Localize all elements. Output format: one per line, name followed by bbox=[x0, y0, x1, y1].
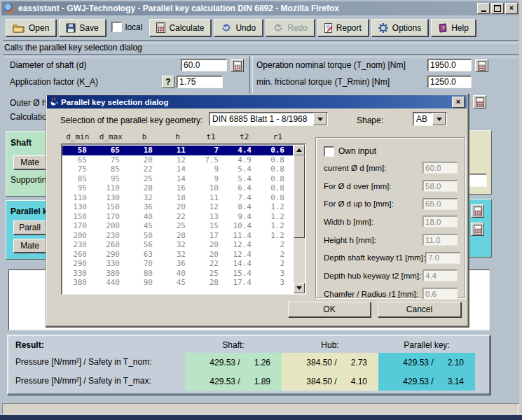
table-cell: 90 bbox=[128, 278, 161, 288]
pressure-value: 384.50 / bbox=[282, 358, 337, 368]
own-input-field-row: current Ø d [mm]: bbox=[324, 159, 458, 177]
geometry-combobox[interactable]: DIN 6885 Blatt 1 - 8/1968 bbox=[209, 112, 328, 126]
open-button[interactable]: Open bbox=[6, 19, 56, 36]
field-input[interactable] bbox=[423, 162, 458, 174]
table-row[interactable]: 38044090452817.43 bbox=[62, 278, 293, 288]
parallel-key-select-button[interactable]: Parall bbox=[13, 220, 46, 234]
own-input-checkbox[interactable] bbox=[324, 146, 334, 157]
safety-value: 2.73 bbox=[337, 358, 378, 368]
calculator-icon bbox=[474, 225, 482, 234]
application-factor-input[interactable] bbox=[177, 76, 223, 88]
table-cell: 16 bbox=[161, 183, 194, 193]
field-label: Width b [mm]: bbox=[324, 218, 373, 226]
parallel-key-calc-button-2[interactable] bbox=[471, 223, 484, 236]
diameter-shaft-label: Diameter of shaft (d) bbox=[10, 60, 86, 70]
save-button[interactable]: Save bbox=[59, 19, 105, 36]
report-button[interactable]: Report bbox=[317, 19, 369, 36]
geometry-combobox-value: DIN 6885 Blatt 1 - 8/1968 bbox=[210, 114, 313, 124]
table-row[interactable]: 1501704022139.41.2 bbox=[62, 212, 293, 222]
field-input[interactable] bbox=[423, 198, 458, 210]
table-row[interactable]: 8595251495.40.8 bbox=[62, 174, 293, 184]
calculator-icon bbox=[156, 22, 165, 33]
table-scrollbar[interactable] bbox=[294, 145, 305, 293]
field-label: For Ø d up to [mm]: bbox=[324, 200, 394, 208]
field-input[interactable] bbox=[423, 288, 458, 300]
chevron-down-icon[interactable] bbox=[432, 113, 446, 125]
table-row[interactable]: 20023050281711.41.2 bbox=[62, 231, 293, 241]
table-row[interactable]: 7585221495.40.8 bbox=[62, 164, 293, 174]
table-row[interactable]: 951102816106.40.8 bbox=[62, 183, 293, 193]
table-row[interactable]: 26029063322012.42 bbox=[62, 250, 293, 260]
dialog-title-bar[interactable]: Parallel key selection dialog × bbox=[47, 95, 467, 108]
table-cell: 1.2 bbox=[260, 231, 293, 241]
local-label: local bbox=[125, 22, 143, 32]
own-input-field-row: Chamfer / Radius r1 [mm]: bbox=[324, 285, 458, 303]
local-checkbox[interactable] bbox=[111, 22, 122, 32]
table-cell: 260 bbox=[95, 240, 128, 250]
nominal-torque-calc-button[interactable] bbox=[475, 59, 488, 72]
parallel-key-table[interactable]: 5865181174.40.6657520127.54.90.875852214… bbox=[61, 144, 306, 295]
title-bar[interactable]: eassistant - GWJ-Technology - Parallel k… bbox=[1, 1, 521, 15]
diameter-calc-button[interactable] bbox=[231, 59, 244, 72]
table-cell: 20 bbox=[194, 250, 227, 260]
table-row[interactable]: 33038080402515.43 bbox=[62, 269, 293, 279]
table-row[interactable]: 17020045251510.41.2 bbox=[62, 221, 293, 231]
table-cell: 50 bbox=[128, 231, 161, 241]
calculate-button[interactable]: Calculate bbox=[149, 19, 211, 36]
section-separator bbox=[3, 54, 518, 57]
ok-button[interactable]: OK bbox=[288, 302, 371, 317]
parallel-key-calc-button-1[interactable] bbox=[471, 204, 484, 218]
parallel-key-material-button[interactable]: Mate bbox=[13, 239, 46, 253]
pressure-value: 429.53 / bbox=[378, 358, 434, 368]
frictional-torque-input[interactable] bbox=[427, 76, 472, 88]
table-row[interactable]: 29033070362214.42 bbox=[62, 259, 293, 269]
table-cell: 85 bbox=[62, 174, 95, 184]
field-input[interactable] bbox=[425, 252, 460, 264]
table-cell: 20 bbox=[194, 240, 227, 250]
undo-button[interactable]: Undo bbox=[214, 19, 263, 36]
table-row[interactable]: 657520127.54.90.8 bbox=[62, 155, 293, 165]
table-row[interactable]: 5865181174.40.6 bbox=[62, 146, 293, 155]
options-label: Options bbox=[392, 23, 421, 33]
minimize-button[interactable] bbox=[477, 3, 490, 14]
help-book-icon: ? bbox=[438, 23, 448, 33]
field-input[interactable] bbox=[423, 180, 458, 192]
field-input[interactable] bbox=[423, 270, 458, 281]
table-cell: 4.9 bbox=[227, 155, 260, 165]
cancel-button[interactable]: Cancel bbox=[378, 302, 461, 317]
table-cell: 290 bbox=[62, 259, 95, 269]
table-row[interactable]: 23026056322012.42 bbox=[62, 240, 293, 250]
table-header-cell: r1 bbox=[261, 132, 294, 142]
scroll-down-button[interactable] bbox=[294, 283, 305, 293]
safety-value: 2.10 bbox=[434, 358, 475, 368]
diameter-shaft-input[interactable] bbox=[181, 59, 227, 71]
shape-combobox[interactable]: AB bbox=[413, 112, 447, 126]
maximize-button[interactable] bbox=[491, 3, 504, 14]
field-input[interactable] bbox=[423, 216, 458, 227]
form-column-divider bbox=[249, 56, 253, 93]
table-cell: 17.4 bbox=[227, 278, 260, 288]
field-input[interactable] bbox=[423, 234, 458, 246]
help-button[interactable]: ? Help bbox=[431, 19, 476, 36]
table-cell: 75 bbox=[62, 164, 95, 174]
scrollbar-thumb[interactable] bbox=[294, 155, 305, 238]
minimize-icon bbox=[481, 10, 486, 12]
scroll-up-button[interactable] bbox=[294, 145, 305, 155]
shaft-panel-title: Shaft bbox=[11, 138, 32, 148]
outer-diameter-calc-button[interactable] bbox=[473, 95, 486, 108]
own-input-field-row: Depth hub keyway t2 [mm]: bbox=[324, 267, 458, 285]
results-row-label: Pressure [N/mm²] / Safety in T_nom: bbox=[15, 353, 185, 372]
table-cell: 36 bbox=[128, 202, 161, 212]
table-cell: 9.4 bbox=[227, 212, 260, 222]
application-factor-help-button[interactable]: ? bbox=[162, 76, 174, 88]
table-row[interactable]: 1301503620128.41.2 bbox=[62, 202, 293, 212]
options-button[interactable]: Options bbox=[371, 19, 428, 36]
shaft-material-button[interactable]: Mate bbox=[13, 155, 46, 169]
table-row[interactable]: 1101303218117.40.8 bbox=[62, 193, 293, 203]
dialog-close-button[interactable]: × bbox=[452, 97, 465, 108]
safety-value: 3.14 bbox=[434, 377, 475, 386]
close-button[interactable]: × bbox=[505, 3, 518, 14]
nominal-torque-input[interactable] bbox=[427, 59, 472, 71]
calculator-icon bbox=[478, 61, 486, 71]
chevron-down-icon[interactable] bbox=[313, 113, 327, 125]
